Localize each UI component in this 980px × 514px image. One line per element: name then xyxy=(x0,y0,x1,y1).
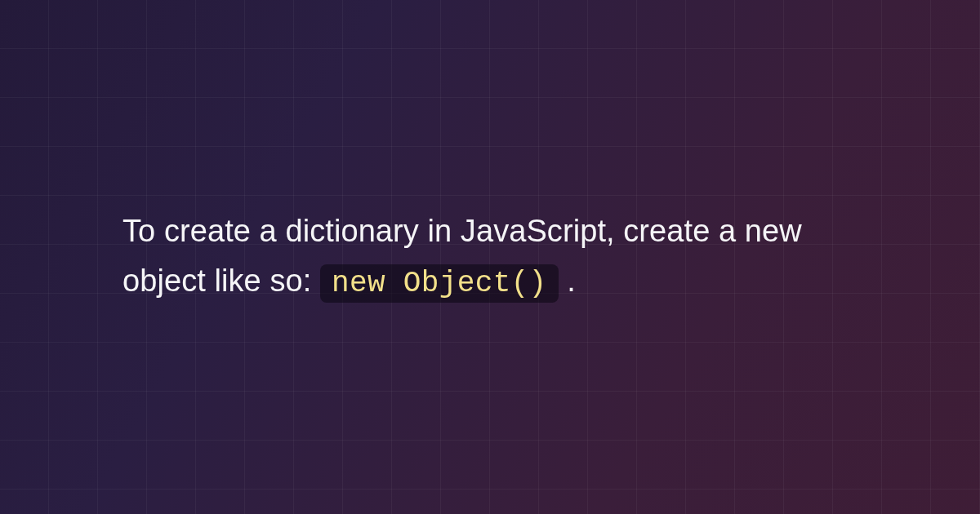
inline-code: new Object() xyxy=(320,264,559,303)
content-container: To create a dictionary in JavaScript, cr… xyxy=(0,0,980,514)
snippet-text-after: . xyxy=(567,264,576,298)
snippet-paragraph: To create a dictionary in JavaScript, cr… xyxy=(122,206,858,307)
